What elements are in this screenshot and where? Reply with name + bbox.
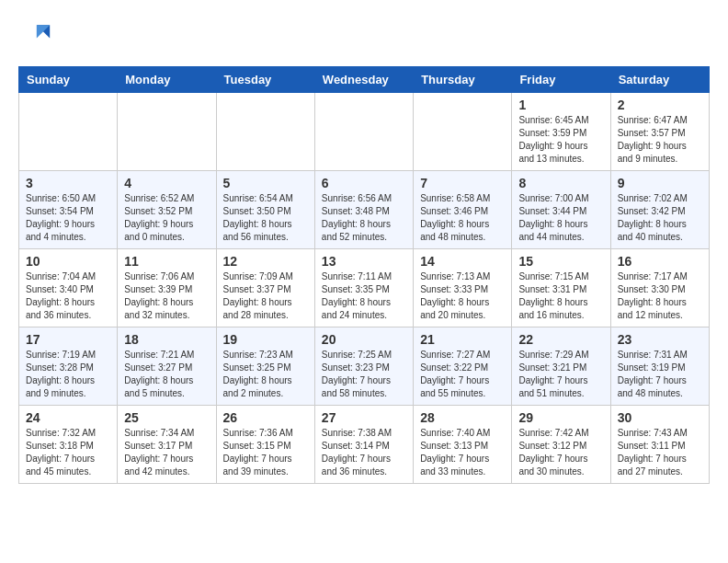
- calendar-cell: 1Sunrise: 6:45 AM Sunset: 3:59 PM Daylig…: [512, 93, 610, 171]
- day-info: Sunrise: 7:29 AM Sunset: 3:21 PM Dayligh…: [518, 349, 603, 400]
- calendar-cell: 28Sunrise: 7:40 AM Sunset: 3:13 PM Dayli…: [414, 406, 512, 484]
- calendar-header-row: SundayMondayTuesdayWednesdayThursdayFrid…: [19, 67, 710, 93]
- calendar-cell: 29Sunrise: 7:42 AM Sunset: 3:12 PM Dayli…: [512, 406, 610, 484]
- calendar-cell: 20Sunrise: 7:25 AM Sunset: 3:23 PM Dayli…: [314, 327, 413, 406]
- day-info: Sunrise: 7:42 AM Sunset: 3:12 PM Dayligh…: [518, 427, 603, 478]
- day-number: 2: [618, 98, 702, 112]
- day-number: 1: [518, 98, 603, 112]
- day-number: 26: [223, 410, 308, 425]
- calendar-cell: 6Sunrise: 6:56 AM Sunset: 3:48 PM Daylig…: [314, 171, 413, 249]
- day-number: 28: [420, 410, 505, 425]
- calendar-cell: 11Sunrise: 7:06 AM Sunset: 3:39 PM Dayli…: [118, 249, 216, 327]
- day-info: Sunrise: 7:09 AM Sunset: 3:37 PM Dayligh…: [223, 270, 308, 322]
- weekday-header: Thursday: [414, 67, 512, 93]
- day-info: Sunrise: 7:04 AM Sunset: 3:40 PM Dayligh…: [26, 270, 110, 322]
- calendar-cell: 26Sunrise: 7:36 AM Sunset: 3:15 PM Dayli…: [216, 406, 314, 484]
- day-info: Sunrise: 7:23 AM Sunset: 3:25 PM Dayligh…: [223, 349, 308, 400]
- day-info: Sunrise: 6:50 AM Sunset: 3:54 PM Dayligh…: [26, 192, 110, 244]
- weekday-header: Tuesday: [216, 67, 314, 93]
- day-number: 27: [322, 410, 406, 425]
- calendar-cell: 15Sunrise: 7:15 AM Sunset: 3:31 PM Dayli…: [512, 249, 610, 327]
- day-info: Sunrise: 7:40 AM Sunset: 3:13 PM Dayligh…: [420, 427, 505, 478]
- day-number: 11: [124, 254, 209, 269]
- calendar-cell: 12Sunrise: 7:09 AM Sunset: 3:37 PM Dayli…: [216, 249, 314, 327]
- calendar-cell: 23Sunrise: 7:31 AM Sunset: 3:19 PM Dayli…: [610, 327, 709, 406]
- page: SundayMondayTuesdayWednesdayThursdayFrid…: [0, 0, 728, 502]
- day-number: 14: [420, 254, 505, 269]
- day-info: Sunrise: 7:06 AM Sunset: 3:39 PM Dayligh…: [124, 270, 209, 322]
- day-number: 16: [618, 254, 702, 269]
- day-number: 8: [518, 176, 603, 190]
- day-info: Sunrise: 7:02 AM Sunset: 3:42 PM Dayligh…: [618, 192, 702, 244]
- calendar-cell: 14Sunrise: 7:13 AM Sunset: 3:33 PM Dayli…: [414, 249, 512, 327]
- day-info: Sunrise: 6:56 AM Sunset: 3:48 PM Dayligh…: [322, 192, 406, 244]
- day-number: 23: [618, 332, 702, 347]
- day-number: 7: [420, 176, 505, 190]
- day-number: 12: [223, 254, 308, 269]
- day-info: Sunrise: 6:47 AM Sunset: 3:57 PM Dayligh…: [618, 114, 702, 166]
- calendar-cell: 13Sunrise: 7:11 AM Sunset: 3:35 PM Dayli…: [314, 249, 413, 327]
- day-info: Sunrise: 6:45 AM Sunset: 3:59 PM Dayligh…: [518, 114, 603, 166]
- weekday-header: Saturday: [610, 67, 709, 93]
- day-number: 17: [26, 332, 110, 347]
- calendar-cell: 18Sunrise: 7:21 AM Sunset: 3:27 PM Dayli…: [118, 327, 216, 406]
- day-info: Sunrise: 7:32 AM Sunset: 3:18 PM Dayligh…: [26, 427, 110, 478]
- day-number: 20: [322, 332, 406, 347]
- day-info: Sunrise: 7:21 AM Sunset: 3:27 PM Dayligh…: [124, 349, 209, 400]
- calendar-cell: 30Sunrise: 7:43 AM Sunset: 3:11 PM Dayli…: [610, 406, 709, 484]
- calendar-cell: 19Sunrise: 7:23 AM Sunset: 3:25 PM Dayli…: [216, 327, 314, 406]
- weekday-header: Monday: [118, 67, 216, 93]
- day-info: Sunrise: 6:58 AM Sunset: 3:46 PM Dayligh…: [420, 192, 505, 244]
- logo: [18, 18, 55, 52]
- day-number: 18: [124, 332, 209, 347]
- calendar-cell: 27Sunrise: 7:38 AM Sunset: 3:14 PM Dayli…: [314, 406, 413, 484]
- logo-icon: [18, 18, 51, 52]
- day-info: Sunrise: 7:43 AM Sunset: 3:11 PM Dayligh…: [618, 427, 702, 478]
- day-number: 30: [618, 410, 702, 425]
- day-number: 19: [223, 332, 308, 347]
- day-info: Sunrise: 6:52 AM Sunset: 3:52 PM Dayligh…: [124, 192, 209, 244]
- calendar-week-row: 3Sunrise: 6:50 AM Sunset: 3:54 PM Daylig…: [19, 171, 710, 249]
- calendar-cell: 2Sunrise: 6:47 AM Sunset: 3:57 PM Daylig…: [610, 93, 709, 171]
- day-info: Sunrise: 7:34 AM Sunset: 3:17 PM Dayligh…: [124, 427, 209, 478]
- day-number: 22: [518, 332, 603, 347]
- day-info: Sunrise: 7:27 AM Sunset: 3:22 PM Dayligh…: [420, 349, 505, 400]
- day-number: 10: [26, 254, 110, 269]
- day-info: Sunrise: 7:19 AM Sunset: 3:28 PM Dayligh…: [26, 349, 110, 400]
- day-number: 5: [223, 176, 308, 190]
- weekday-header: Sunday: [19, 67, 118, 93]
- day-number: 24: [26, 410, 110, 425]
- day-info: Sunrise: 7:17 AM Sunset: 3:30 PM Dayligh…: [618, 270, 702, 322]
- calendar-cell: 10Sunrise: 7:04 AM Sunset: 3:40 PM Dayli…: [19, 249, 118, 327]
- calendar-cell: 3Sunrise: 6:50 AM Sunset: 3:54 PM Daylig…: [19, 171, 118, 249]
- calendar-cell: 7Sunrise: 6:58 AM Sunset: 3:46 PM Daylig…: [414, 171, 512, 249]
- calendar-week-row: 1Sunrise: 6:45 AM Sunset: 3:59 PM Daylig…: [19, 93, 710, 171]
- day-number: 25: [124, 410, 209, 425]
- day-info: Sunrise: 7:38 AM Sunset: 3:14 PM Dayligh…: [322, 427, 406, 478]
- day-number: 3: [26, 176, 110, 190]
- calendar-cell: 9Sunrise: 7:02 AM Sunset: 3:42 PM Daylig…: [610, 171, 709, 249]
- day-info: Sunrise: 7:15 AM Sunset: 3:31 PM Dayligh…: [518, 270, 603, 322]
- day-info: Sunrise: 7:36 AM Sunset: 3:15 PM Dayligh…: [223, 427, 308, 478]
- day-info: Sunrise: 6:54 AM Sunset: 3:50 PM Dayligh…: [223, 192, 308, 244]
- calendar-cell: [19, 93, 118, 171]
- day-number: 15: [518, 254, 603, 269]
- calendar-cell: [414, 93, 512, 171]
- calendar-cell: 4Sunrise: 6:52 AM Sunset: 3:52 PM Daylig…: [118, 171, 216, 249]
- calendar-cell: [216, 93, 314, 171]
- day-info: Sunrise: 7:25 AM Sunset: 3:23 PM Dayligh…: [322, 349, 406, 400]
- day-number: 21: [420, 332, 505, 347]
- weekday-header: Friday: [512, 67, 610, 93]
- calendar-cell: 17Sunrise: 7:19 AM Sunset: 3:28 PM Dayli…: [19, 327, 118, 406]
- day-number: 4: [124, 176, 209, 190]
- calendar-cell: 24Sunrise: 7:32 AM Sunset: 3:18 PM Dayli…: [19, 406, 118, 484]
- day-info: Sunrise: 7:31 AM Sunset: 3:19 PM Dayligh…: [618, 349, 702, 400]
- calendar-cell: 25Sunrise: 7:34 AM Sunset: 3:17 PM Dayli…: [118, 406, 216, 484]
- day-number: 13: [322, 254, 406, 269]
- calendar-cell: 16Sunrise: 7:17 AM Sunset: 3:30 PM Dayli…: [610, 249, 709, 327]
- day-number: 29: [518, 410, 603, 425]
- header: [18, 18, 710, 52]
- day-number: 6: [322, 176, 406, 190]
- calendar: SundayMondayTuesdayWednesdayThursdayFrid…: [18, 66, 710, 484]
- calendar-week-row: 17Sunrise: 7:19 AM Sunset: 3:28 PM Dayli…: [19, 327, 710, 406]
